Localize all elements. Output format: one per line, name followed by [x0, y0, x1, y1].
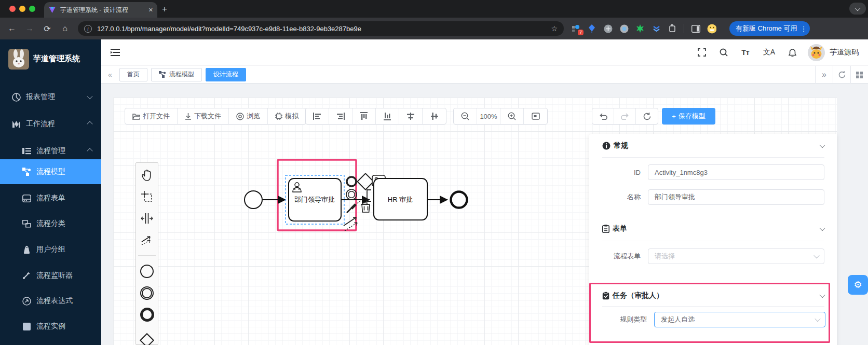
sidebar-item-label: 工作流程	[26, 119, 55, 129]
sidebar-item-process-instance[interactable]: 流程实例	[0, 314, 101, 339]
new-tab-button[interactable]: +	[162, 4, 167, 15]
tabs-scroll-left-icon[interactable]: «	[108, 71, 112, 79]
app-logo	[8, 49, 29, 70]
clipboard-check-icon	[602, 292, 609, 300]
tabs-scroll-right-icon[interactable]: »	[815, 66, 833, 84]
reload-icon[interactable]: ⟳	[38, 24, 56, 34]
sidebar-item-label: 流程表单	[36, 194, 65, 203]
field-label: ID	[589, 169, 641, 176]
section-form[interactable]: 表单	[602, 223, 824, 234]
delete-icon[interactable]	[361, 203, 370, 212]
collapse-menu-icon[interactable]	[111, 49, 120, 56]
chevron-down-icon	[87, 93, 92, 99]
bell-icon[interactable]	[789, 48, 796, 57]
browser-menu-icon[interactable]: ⋮	[800, 25, 807, 33]
close-window-button[interactable]	[9, 6, 16, 12]
browser-tab[interactable]: 芋道管理系统 - 设计流程 ✕	[44, 2, 157, 18]
sidebar-item-label: 流程表达式	[36, 296, 73, 306]
translate-icon[interactable]: 文A	[763, 48, 775, 57]
field-row-process-form: 流程表单 请选择	[589, 249, 824, 264]
search-icon[interactable]	[720, 48, 728, 57]
main-area: Tт 文A 芋道源码 « 首页 流程模型 设计流程 »	[101, 39, 868, 345]
view-tab-label: 设计流程	[213, 70, 238, 79]
gear-icon: ⚙	[853, 279, 862, 291]
chrome-update-label: 有新版 Chrome 可用	[736, 24, 797, 33]
append-gateway-icon[interactable]	[357, 173, 373, 189]
extension-green-icon[interactable]	[635, 24, 645, 33]
user-avatar[interactable]	[808, 44, 825, 61]
section-general[interactable]: 常规	[602, 140, 824, 151]
minimize-window-button[interactable]	[19, 6, 25, 12]
username[interactable]: 芋道源码	[830, 48, 859, 57]
browser-tabstrip: 芋道管理系统 - 设计流程 ✕ +	[0, 0, 868, 18]
end-event-node[interactable]	[451, 192, 467, 208]
start-event-node[interactable]	[245, 191, 262, 209]
tab-close-icon[interactable]: ✕	[148, 7, 153, 13]
process-form-select[interactable]: 请选择	[648, 249, 824, 264]
workflow-m-icon	[11, 119, 21, 129]
extension-kite-icon[interactable]	[587, 24, 596, 33]
refresh-tab-icon[interactable]	[833, 66, 850, 84]
sidebar-item-report[interactable]: 报表管理	[0, 85, 101, 109]
chevron-up-icon	[87, 148, 92, 154]
connect-tool-icon[interactable]	[344, 217, 357, 231]
chevron-down-icon[interactable]	[819, 142, 825, 148]
home-icon[interactable]: ⌂	[56, 24, 74, 33]
sidebar: 芋道管理系统 报表管理 工作流程 流程管理 流程模型 流程表单 流程分类	[0, 39, 101, 345]
select-placeholder: 请选择	[655, 252, 675, 261]
fullscreen-icon[interactable]	[698, 48, 706, 57]
side-panel-icon[interactable]	[691, 24, 700, 33]
back-icon[interactable]: ←	[3, 24, 21, 33]
sidebar-item-label: 流程管理	[36, 146, 65, 156]
layout-grid-icon[interactable]	[850, 66, 868, 84]
view-tab-label: 流程模型	[169, 70, 194, 79]
sidebar-item-label: 流程监听器	[36, 271, 73, 280]
address-bar[interactable]: i 127.0.0.1/bpm/manager/model/edit?model…	[78, 21, 564, 36]
sidebar-item-user-group[interactable]: 用户分组	[0, 237, 101, 262]
maximize-window-button[interactable]	[29, 6, 35, 12]
forward-icon[interactable]: →	[21, 24, 38, 33]
sidebar-item-label: 流程分类	[36, 219, 65, 228]
extension-axure-icon[interactable]: 7	[571, 24, 580, 33]
tab-search-button[interactable]	[849, 3, 866, 15]
text-size-icon[interactable]: Tт	[741, 48, 749, 57]
site-info-icon[interactable]: i	[84, 25, 92, 33]
section-title: 表单	[613, 224, 627, 233]
section-task-assignee[interactable]: 任务（审批人）	[602, 290, 824, 301]
view-tab-home[interactable]: 首页	[119, 68, 147, 81]
chevron-down-icon[interactable]	[819, 292, 825, 298]
sidebar-item-process-expression[interactable]: 流程表达式	[0, 288, 101, 313]
sidebar-item-process-category[interactable]: 流程分类	[0, 211, 101, 236]
extension-badge: 7	[578, 30, 584, 35]
view-tab-design-process[interactable]: 设计流程	[206, 68, 246, 81]
sidebar-item-process-form[interactable]: 流程表单	[0, 186, 101, 211]
extension-scroll-icon[interactable]	[652, 24, 661, 33]
rule-type-select[interactable]: 发起人自选	[654, 312, 825, 327]
sidebar-item-process-listener[interactable]: 流程监听器	[0, 263, 101, 288]
sidebar-item-workflow[interactable]: 工作流程	[0, 112, 101, 136]
tab-title: 芋道管理系统 - 设计流程	[60, 6, 144, 15]
chrome-update-button[interactable]: 有新版 Chrome 可用 ⋮	[729, 21, 810, 36]
app-header: Tт 文A 芋道源码	[101, 39, 868, 66]
share-nodes-icon	[22, 167, 31, 176]
screen: 芋道管理系统 - 设计流程 ✕ + ← → ⟳ ⌂ i 127.0.0.1/bp…	[0, 0, 868, 345]
profile-avatar-icon[interactable]	[707, 24, 716, 33]
favicon-icon	[48, 6, 56, 13]
bag-icon	[22, 245, 31, 254]
append-end-event-icon[interactable]	[347, 177, 356, 186]
sidebar-item-process-model[interactable]: 流程模型	[0, 159, 101, 184]
chevron-down-icon	[815, 316, 820, 322]
view-tab-process-model[interactable]: 流程模型	[151, 68, 202, 81]
chevron-down-icon[interactable]	[819, 225, 825, 231]
bookmark-star-icon[interactable]: ☆	[551, 24, 558, 33]
settings-gear-button[interactable]: ⚙	[848, 275, 868, 295]
task-label: 部门领导审批	[294, 196, 335, 203]
field-label: 流程表单	[589, 252, 641, 261]
inner-ring	[348, 191, 355, 198]
extension-gray-icon[interactable]	[603, 24, 613, 33]
name-input[interactable]	[648, 189, 824, 205]
extension-lens-icon[interactable]	[619, 24, 629, 33]
extensions-puzzle-icon[interactable]	[668, 24, 677, 33]
sidebar-item-process-task[interactable]: 流程任务	[0, 339, 101, 345]
id-input[interactable]	[648, 164, 824, 180]
